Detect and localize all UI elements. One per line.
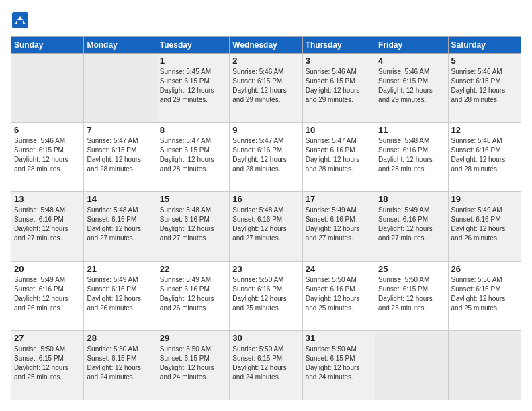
day-number: 17 [306, 194, 372, 204]
day-info: Sunrise: 5:46 AMSunset: 6:15 PMDaylight:… [306, 67, 372, 105]
day-info: Sunrise: 5:50 AMSunset: 6:15 PMDaylight:… [232, 345, 299, 382]
day-number: 2 [232, 56, 299, 66]
calendar-cell: 19Sunrise: 5:49 AMSunset: 6:16 PMDayligh… [448, 192, 521, 261]
calendar-cell: 5Sunrise: 5:46 AMSunset: 6:15 PMDaylight… [448, 54, 521, 123]
day-number: 5 [451, 56, 518, 66]
calendar-cell: 28Sunrise: 5:50 AMSunset: 6:15 PMDayligh… [84, 330, 157, 400]
day-number: 28 [87, 333, 153, 343]
day-header-monday: Monday [84, 37, 157, 54]
day-number: 14 [87, 194, 153, 204]
calendar-table: SundayMondayTuesdayWednesdayThursdayFrid… [11, 36, 521, 400]
svg-rect-2 [17, 20, 23, 24]
page-header [11, 11, 521, 30]
calendar-cell [11, 54, 84, 123]
day-info: Sunrise: 5:47 AMSunset: 6:16 PMDaylight:… [232, 136, 299, 174]
day-info: Sunrise: 5:50 AMSunset: 6:15 PMDaylight:… [87, 345, 153, 382]
day-info: Sunrise: 5:46 AMSunset: 6:15 PMDaylight:… [232, 67, 299, 105]
day-info: Sunrise: 5:48 AMSunset: 6:16 PMDaylight:… [451, 136, 518, 174]
day-number: 4 [378, 56, 445, 66]
day-number: 27 [14, 333, 81, 343]
day-info: Sunrise: 5:46 AMSunset: 6:15 PMDaylight:… [451, 67, 518, 105]
calendar-cell: 23Sunrise: 5:50 AMSunset: 6:16 PMDayligh… [230, 261, 302, 330]
calendar-cell [375, 330, 448, 400]
day-number: 10 [306, 125, 372, 135]
logo-icon [11, 11, 30, 30]
day-info: Sunrise: 5:46 AMSunset: 6:15 PMDaylight:… [14, 136, 81, 174]
calendar-cell: 12Sunrise: 5:48 AMSunset: 6:16 PMDayligh… [448, 123, 521, 192]
day-header-tuesday: Tuesday [157, 37, 229, 54]
day-number: 22 [160, 264, 226, 274]
day-number: 9 [232, 125, 299, 135]
day-info: Sunrise: 5:49 AMSunset: 6:16 PMDaylight:… [306, 205, 372, 243]
day-info: Sunrise: 5:49 AMSunset: 6:16 PMDaylight:… [378, 205, 445, 243]
calendar-cell: 22Sunrise: 5:49 AMSunset: 6:16 PMDayligh… [157, 261, 229, 330]
calendar-cell: 3Sunrise: 5:46 AMSunset: 6:15 PMDaylight… [302, 54, 375, 123]
calendar-cell: 2Sunrise: 5:46 AMSunset: 6:15 PMDaylight… [230, 54, 302, 123]
day-info: Sunrise: 5:49 AMSunset: 6:16 PMDaylight:… [451, 205, 518, 243]
day-number: 29 [160, 333, 226, 343]
calendar-cell: 17Sunrise: 5:49 AMSunset: 6:16 PMDayligh… [302, 192, 375, 261]
calendar-week-5: 27Sunrise: 5:50 AMSunset: 6:15 PMDayligh… [11, 330, 521, 400]
day-info: Sunrise: 5:48 AMSunset: 6:16 PMDaylight:… [160, 205, 226, 243]
day-header-wednesday: Wednesday [230, 37, 302, 54]
calendar-cell: 7Sunrise: 5:47 AMSunset: 6:15 PMDaylight… [84, 123, 157, 192]
day-info: Sunrise: 5:50 AMSunset: 6:16 PMDaylight:… [306, 275, 372, 313]
day-info: Sunrise: 5:50 AMSunset: 6:15 PMDaylight:… [451, 275, 518, 313]
day-info: Sunrise: 5:48 AMSunset: 6:16 PMDaylight:… [378, 136, 445, 174]
calendar-cell: 10Sunrise: 5:47 AMSunset: 6:16 PMDayligh… [302, 123, 375, 192]
calendar-cell: 8Sunrise: 5:47 AMSunset: 6:15 PMDaylight… [157, 123, 229, 192]
calendar-cell: 18Sunrise: 5:49 AMSunset: 6:16 PMDayligh… [375, 192, 448, 261]
calendar-cell: 21Sunrise: 5:49 AMSunset: 6:16 PMDayligh… [84, 261, 157, 330]
calendar-cell: 25Sunrise: 5:50 AMSunset: 6:15 PMDayligh… [375, 261, 448, 330]
day-info: Sunrise: 5:49 AMSunset: 6:16 PMDaylight:… [14, 275, 81, 313]
day-header-thursday: Thursday [302, 37, 375, 54]
day-number: 23 [232, 264, 299, 274]
calendar-cell: 11Sunrise: 5:48 AMSunset: 6:16 PMDayligh… [375, 123, 448, 192]
day-info: Sunrise: 5:50 AMSunset: 6:15 PMDaylight:… [14, 345, 81, 382]
calendar-cell: 14Sunrise: 5:48 AMSunset: 6:16 PMDayligh… [84, 192, 157, 261]
day-info: Sunrise: 5:49 AMSunset: 6:16 PMDaylight:… [160, 275, 226, 313]
calendar-header-row: SundayMondayTuesdayWednesdayThursdayFrid… [11, 37, 521, 54]
day-info: Sunrise: 5:48 AMSunset: 6:16 PMDaylight:… [232, 205, 299, 243]
calendar-cell [448, 330, 521, 400]
day-number: 31 [306, 333, 372, 343]
day-number: 8 [160, 125, 226, 135]
day-header-sunday: Sunday [11, 37, 84, 54]
day-number: 19 [451, 194, 518, 204]
day-number: 3 [306, 56, 372, 66]
calendar-cell [84, 54, 157, 123]
day-number: 7 [87, 125, 153, 135]
day-number: 24 [306, 264, 372, 274]
day-info: Sunrise: 5:47 AMSunset: 6:16 PMDaylight:… [306, 136, 372, 174]
calendar-week-1: 1Sunrise: 5:45 AMSunset: 6:15 PMDaylight… [11, 54, 521, 123]
day-info: Sunrise: 5:48 AMSunset: 6:16 PMDaylight:… [87, 205, 153, 243]
day-info: Sunrise: 5:50 AMSunset: 6:15 PMDaylight:… [160, 345, 226, 382]
day-number: 12 [451, 125, 518, 135]
day-number: 25 [378, 264, 445, 274]
day-info: Sunrise: 5:45 AMSunset: 6:15 PMDaylight:… [160, 67, 226, 105]
day-number: 16 [232, 194, 299, 204]
day-info: Sunrise: 5:47 AMSunset: 6:15 PMDaylight:… [87, 136, 153, 174]
calendar-cell: 26Sunrise: 5:50 AMSunset: 6:15 PMDayligh… [448, 261, 521, 330]
day-number: 13 [14, 194, 81, 204]
day-number: 26 [451, 264, 518, 274]
day-info: Sunrise: 5:50 AMSunset: 6:15 PMDaylight:… [378, 275, 445, 313]
calendar-cell: 1Sunrise: 5:45 AMSunset: 6:15 PMDaylight… [157, 54, 229, 123]
calendar-cell: 13Sunrise: 5:48 AMSunset: 6:16 PMDayligh… [11, 192, 84, 261]
day-number: 30 [232, 333, 299, 343]
calendar-cell: 16Sunrise: 5:48 AMSunset: 6:16 PMDayligh… [230, 192, 302, 261]
day-info: Sunrise: 5:47 AMSunset: 6:15 PMDaylight:… [160, 136, 226, 174]
logo [11, 11, 32, 30]
calendar-week-4: 20Sunrise: 5:49 AMSunset: 6:16 PMDayligh… [11, 261, 521, 330]
day-number: 11 [378, 125, 445, 135]
day-number: 20 [14, 264, 81, 274]
day-number: 1 [160, 56, 226, 66]
day-info: Sunrise: 5:48 AMSunset: 6:16 PMDaylight:… [14, 205, 81, 243]
calendar-cell: 31Sunrise: 5:50 AMSunset: 6:15 PMDayligh… [302, 330, 375, 400]
day-header-saturday: Saturday [448, 37, 521, 54]
day-header-friday: Friday [375, 37, 448, 54]
day-number: 15 [160, 194, 226, 204]
day-number: 21 [87, 264, 153, 274]
day-number: 18 [378, 194, 445, 204]
day-info: Sunrise: 5:50 AMSunset: 6:15 PMDaylight:… [306, 345, 372, 382]
